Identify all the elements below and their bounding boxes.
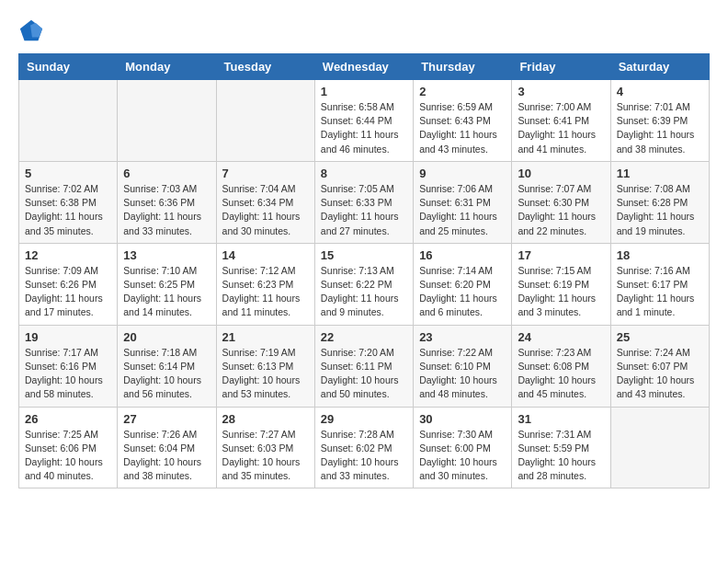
day-number: 11 — [617, 167, 703, 180]
calendar-day-cell: 31Sunrise: 7:31 AM Sunset: 5:59 PM Dayli… — [512, 407, 610, 488]
calendar-day-cell: 12Sunrise: 7:09 AM Sunset: 6:26 PM Dayli… — [19, 243, 118, 325]
day-info: Sunrise: 7:18 AM Sunset: 6:14 PM Dayligh… — [123, 346, 210, 402]
calendar-day-cell — [19, 80, 118, 162]
calendar-day-cell: 27Sunrise: 7:26 AM Sunset: 6:04 PM Dayli… — [118, 407, 216, 488]
calendar-week-row: 26Sunrise: 7:25 AM Sunset: 6:06 PM Dayli… — [19, 407, 710, 488]
day-number: 31 — [518, 412, 604, 426]
calendar-week-row: 5Sunrise: 7:02 AM Sunset: 6:38 PM Daylig… — [19, 161, 710, 243]
logo-icon — [18, 18, 44, 44]
calendar-day-cell — [610, 407, 709, 488]
day-info: Sunrise: 7:20 AM Sunset: 6:11 PM Dayligh… — [321, 346, 407, 402]
day-info: Sunrise: 7:27 AM Sunset: 6:03 PM Dayligh… — [222, 428, 309, 484]
calendar-day-cell: 7Sunrise: 7:04 AM Sunset: 6:34 PM Daylig… — [216, 161, 314, 243]
calendar-day-cell: 1Sunrise: 6:58 AM Sunset: 6:44 PM Daylig… — [314, 80, 413, 162]
day-number: 1 — [321, 85, 407, 98]
calendar-week-row: 12Sunrise: 7:09 AM Sunset: 6:26 PM Dayli… — [19, 243, 710, 325]
day-info: Sunrise: 7:14 AM Sunset: 6:20 PM Dayligh… — [419, 264, 506, 320]
column-header-saturday: Saturday — [610, 54, 709, 80]
day-info: Sunrise: 7:01 AM Sunset: 6:39 PM Dayligh… — [617, 100, 703, 156]
day-number: 15 — [321, 248, 407, 262]
calendar-week-row: 19Sunrise: 7:17 AM Sunset: 6:16 PM Dayli… — [19, 325, 710, 407]
day-number: 22 — [321, 330, 407, 344]
calendar-day-cell: 30Sunrise: 7:30 AM Sunset: 6:00 PM Dayli… — [414, 407, 512, 488]
day-info: Sunrise: 7:23 AM Sunset: 6:08 PM Dayligh… — [518, 346, 604, 402]
calendar-day-cell: 9Sunrise: 7:06 AM Sunset: 6:31 PM Daylig… — [414, 161, 512, 243]
day-number: 7 — [222, 167, 309, 180]
calendar-day-cell: 5Sunrise: 7:02 AM Sunset: 6:38 PM Daylig… — [19, 161, 118, 243]
day-number: 23 — [419, 330, 506, 344]
calendar-day-cell: 4Sunrise: 7:01 AM Sunset: 6:39 PM Daylig… — [610, 80, 709, 162]
day-number: 8 — [321, 167, 407, 180]
column-header-tuesday: Tuesday — [216, 54, 314, 80]
calendar-day-cell: 28Sunrise: 7:27 AM Sunset: 6:03 PM Dayli… — [216, 407, 314, 488]
day-number: 17 — [518, 248, 604, 262]
calendar-day-cell: 13Sunrise: 7:10 AM Sunset: 6:25 PM Dayli… — [118, 243, 216, 325]
column-header-thursday: Thursday — [414, 54, 512, 80]
calendar-day-cell: 24Sunrise: 7:23 AM Sunset: 6:08 PM Dayli… — [512, 325, 610, 407]
day-number: 18 — [617, 248, 703, 262]
calendar-table: SundayMondayTuesdayWednesdayThursdayFrid… — [18, 53, 710, 488]
day-info: Sunrise: 6:58 AM Sunset: 6:44 PM Dayligh… — [321, 100, 407, 156]
calendar-day-cell: 20Sunrise: 7:18 AM Sunset: 6:14 PM Dayli… — [118, 325, 216, 407]
day-info: Sunrise: 7:12 AM Sunset: 6:23 PM Dayligh… — [222, 264, 309, 320]
day-number: 6 — [123, 167, 210, 180]
calendar-day-cell: 3Sunrise: 7:00 AM Sunset: 6:41 PM Daylig… — [512, 80, 610, 162]
day-info: Sunrise: 7:30 AM Sunset: 6:00 PM Dayligh… — [419, 428, 506, 484]
day-info: Sunrise: 7:00 AM Sunset: 6:41 PM Dayligh… — [518, 100, 604, 156]
calendar-day-cell: 18Sunrise: 7:16 AM Sunset: 6:17 PM Dayli… — [610, 243, 709, 325]
calendar-day-cell: 6Sunrise: 7:03 AM Sunset: 6:36 PM Daylig… — [118, 161, 216, 243]
day-info: Sunrise: 7:22 AM Sunset: 6:10 PM Dayligh… — [419, 346, 506, 402]
day-info: Sunrise: 7:19 AM Sunset: 6:13 PM Dayligh… — [222, 346, 309, 402]
day-number: 24 — [518, 330, 604, 344]
day-number: 30 — [419, 412, 506, 426]
day-info: Sunrise: 7:03 AM Sunset: 6:36 PM Dayligh… — [123, 182, 210, 238]
calendar-day-cell — [118, 80, 216, 162]
day-number: 2 — [419, 85, 506, 98]
calendar-day-cell: 26Sunrise: 7:25 AM Sunset: 6:06 PM Dayli… — [19, 407, 118, 488]
day-number: 14 — [222, 248, 309, 262]
column-header-wednesday: Wednesday — [314, 54, 413, 80]
day-number: 27 — [123, 412, 210, 426]
day-number: 19 — [25, 330, 111, 344]
calendar-day-cell: 10Sunrise: 7:07 AM Sunset: 6:30 PM Dayli… — [512, 161, 610, 243]
column-header-monday: Monday — [118, 54, 216, 80]
day-info: Sunrise: 7:02 AM Sunset: 6:38 PM Dayligh… — [25, 182, 111, 238]
day-info: Sunrise: 7:15 AM Sunset: 6:19 PM Dayligh… — [518, 264, 604, 320]
page-header — [18, 18, 710, 44]
day-info: Sunrise: 7:13 AM Sunset: 6:22 PM Dayligh… — [321, 264, 407, 320]
day-number: 26 — [25, 412, 111, 426]
day-number: 3 — [518, 85, 604, 98]
calendar-day-cell: 2Sunrise: 6:59 AM Sunset: 6:43 PM Daylig… — [414, 80, 512, 162]
svg-marker-1 — [30, 23, 42, 38]
day-info: Sunrise: 7:06 AM Sunset: 6:31 PM Dayligh… — [419, 182, 506, 238]
day-number: 16 — [419, 248, 506, 262]
calendar-day-cell: 15Sunrise: 7:13 AM Sunset: 6:22 PM Dayli… — [314, 243, 413, 325]
calendar-header-row: SundayMondayTuesdayWednesdayThursdayFrid… — [19, 54, 710, 80]
day-number: 4 — [617, 85, 703, 98]
calendar-day-cell: 8Sunrise: 7:05 AM Sunset: 6:33 PM Daylig… — [314, 161, 413, 243]
day-info: Sunrise: 7:07 AM Sunset: 6:30 PM Dayligh… — [518, 182, 604, 238]
day-info: Sunrise: 7:08 AM Sunset: 6:28 PM Dayligh… — [617, 182, 703, 238]
calendar-day-cell: 22Sunrise: 7:20 AM Sunset: 6:11 PM Dayli… — [314, 325, 413, 407]
day-info: Sunrise: 7:04 AM Sunset: 6:34 PM Dayligh… — [222, 182, 309, 238]
day-info: Sunrise: 7:17 AM Sunset: 6:16 PM Dayligh… — [25, 346, 111, 402]
calendar-week-row: 1Sunrise: 6:58 AM Sunset: 6:44 PM Daylig… — [19, 80, 710, 162]
day-info: Sunrise: 7:10 AM Sunset: 6:25 PM Dayligh… — [123, 264, 210, 320]
calendar-day-cell: 23Sunrise: 7:22 AM Sunset: 6:10 PM Dayli… — [414, 325, 512, 407]
day-number: 5 — [25, 167, 111, 180]
day-number: 20 — [123, 330, 210, 344]
logo — [18, 18, 48, 44]
day-info: Sunrise: 7:16 AM Sunset: 6:17 PM Dayligh… — [617, 264, 703, 320]
calendar-day-cell — [216, 80, 314, 162]
calendar-day-cell: 19Sunrise: 7:17 AM Sunset: 6:16 PM Dayli… — [19, 325, 118, 407]
day-info: Sunrise: 7:24 AM Sunset: 6:07 PM Dayligh… — [617, 346, 703, 402]
day-info: Sunrise: 6:59 AM Sunset: 6:43 PM Dayligh… — [419, 100, 506, 156]
calendar-day-cell: 29Sunrise: 7:28 AM Sunset: 6:02 PM Dayli… — [314, 407, 413, 488]
day-info: Sunrise: 7:26 AM Sunset: 6:04 PM Dayligh… — [123, 428, 210, 484]
column-header-sunday: Sunday — [19, 54, 118, 80]
day-number: 12 — [25, 248, 111, 262]
day-info: Sunrise: 7:05 AM Sunset: 6:33 PM Dayligh… — [321, 182, 407, 238]
day-info: Sunrise: 7:28 AM Sunset: 6:02 PM Dayligh… — [321, 428, 407, 484]
day-info: Sunrise: 7:25 AM Sunset: 6:06 PM Dayligh… — [25, 428, 111, 484]
day-number: 13 — [123, 248, 210, 262]
